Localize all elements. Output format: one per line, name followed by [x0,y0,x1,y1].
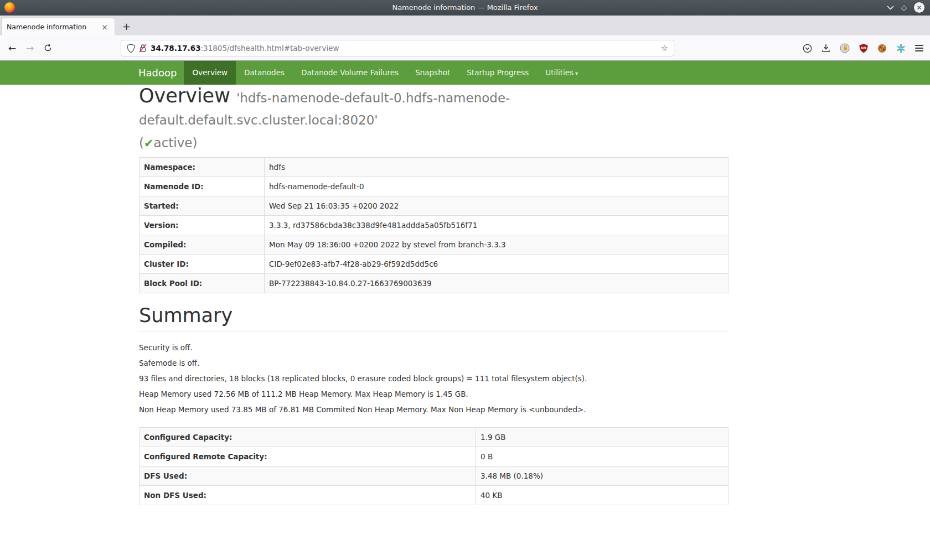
table-row: Configured Capacity: 1.9 GB [140,428,728,447]
privacy-extension-icon[interactable] [840,43,850,53]
table-row: DFS Used: 3.48 MB (0.18%) [140,466,728,486]
page-content: Overview 'hdfs-namenode-default-0.hdfs-n… [139,85,728,505]
row-value: 3.3.3, rd37586cbda38c338d9fe481addda5a05… [265,215,728,235]
summary-text: Security is off. Safemode is off. 93 fil… [139,343,728,415]
bookmark-star-icon[interactable]: ☆ [661,43,668,53]
row-label: Non DFS Used: [140,486,476,505]
summary-line-non-heap-memory: Non Heap Memory used 73.85 MB of 76.81 M… [139,405,728,415]
chevron-down-icon [887,6,894,10]
close-button[interactable]: ✕ [914,2,924,13]
window-titlebar: Namenode information — Mozilla Firefox ◇… [0,0,930,15]
capacity-table: Configured Capacity: 1.9 GB Configured R… [139,427,728,505]
minimize-button[interactable] [887,6,894,10]
nav-tab-overview[interactable]: Overview [184,61,236,85]
hadoop-navbar: Hadoop Overview Datanodes Datanode Volum… [0,61,930,85]
new-tab-button[interactable]: + [115,20,138,35]
active-check-icon: ✔ [144,137,154,150]
overview-heading: Overview 'hdfs-namenode-default-0.hdfs-n… [139,85,728,157]
url-text: 34.78.17.63:31805/dfshealth.html#tab-ove… [151,44,339,53]
svg-text:UO: UO [861,45,866,49]
maximize-button[interactable]: ◇ [901,4,907,11]
table-row: Cluster ID: CID-9ef02e83-afb7-4f28-ab29-… [140,254,728,273]
reload-icon [44,44,52,52]
summary-line-filesystem-objects: 93 files and directories, 18 blocks (18 … [139,374,728,384]
row-value: hdfs [265,157,728,177]
table-row: Namespace: hdfs [140,157,728,177]
table-row: Compiled: Mon May 09 18:36:00 +0200 2022… [140,235,728,254]
shield-icon[interactable] [127,44,135,53]
row-value: Mon May 09 18:36:00 +0200 2022 by stevel… [265,235,728,254]
browser-toolbar: ← → 34.78.17.63:31805/dfshealth.html#tab… [0,35,930,61]
utilities-label: Utilities [545,68,574,77]
row-value: CID-9ef02e83-afb7-4f28-ab29-6f592d5dd5c6 [265,254,728,273]
tab-strip: Namenode information × + [0,15,930,35]
url-host: 34.78.17.63 [151,44,201,53]
cookie-icon[interactable] [877,44,887,53]
overview-title: Overview [139,85,230,107]
firefox-logo-icon [4,2,15,13]
url-bar[interactable]: 34.78.17.63:31805/dfshealth.html#tab-ove… [121,40,674,56]
nav-tab-startup-progress[interactable]: Startup Progress [458,61,537,85]
row-label: Compiled: [140,235,265,254]
menu-icon[interactable] [915,45,923,51]
summary-line-security: Security is off. [139,343,728,353]
tab-close-icon[interactable]: × [100,23,110,32]
nav-tab-utilities[interactable]: Utilities▾ [537,61,586,85]
status-active-text: active) [154,136,198,150]
downloads-icon[interactable] [822,44,830,53]
back-button[interactable]: ← [3,43,21,54]
asterisk-extension-icon[interactable] [896,44,906,53]
row-value: 0 B [476,447,728,466]
insecure-lock-icon[interactable] [139,44,147,53]
table-row: Block Pool ID: BP-772238843-10.84.0.27-1… [140,273,728,293]
summary-line-heap-memory: Heap Memory used 72.56 MB of 111.2 MB He… [139,389,728,400]
table-row: Configured Remote Capacity: 0 B [140,447,728,466]
row-label: Configured Capacity: [140,428,476,447]
row-value: hdfs-namenode-default-0 [265,177,728,196]
row-label: Version: [140,215,265,235]
tab-namenode-information[interactable]: Namenode information × [1,18,115,35]
table-row: Started: Wed Sep 21 16:03:35 +0200 2022 [140,196,728,215]
row-label: Started: [140,196,265,215]
chevron-down-icon: ▾ [575,70,578,76]
tab-title: Namenode information [7,23,100,31]
nav-tab-datanodes[interactable]: Datanodes [236,61,293,85]
pocket-icon[interactable] [803,44,812,53]
row-value: 40 KB [476,486,728,505]
toolbar-extension-icons: UO [803,35,923,61]
row-value: Wed Sep 21 16:03:35 +0200 2022 [265,196,728,215]
row-value: 1.9 GB [476,428,728,447]
row-label: Configured Remote Capacity: [140,447,476,466]
summary-heading: Summary [139,304,728,332]
forward-button: → [21,43,39,54]
table-row: Namenode ID: hdfs-namenode-default-0 [140,177,728,196]
ublock-icon[interactable]: UO [859,44,868,53]
reload-button[interactable] [39,44,56,52]
window-title: Namenode information — Mozilla Firefox [0,3,930,12]
nav-tab-snapshot[interactable]: Snapshot [407,61,458,85]
table-row: Non DFS Used: 40 KB [140,486,728,505]
table-row: Version: 3.3.3, rd37586cbda38c338d9fe481… [140,215,728,235]
namenode-info-table: Namespace: hdfs Namenode ID: hdfs-nameno… [139,157,728,293]
row-value: BP-772238843-10.84.0.27-1663769003639 [265,273,728,293]
status-open-paren: ( [139,136,144,150]
nav-tab-datanode-volume-failures[interactable]: Datanode Volume Failures [293,61,407,85]
summary-line-safemode: Safemode is off. [139,358,728,369]
row-label: Namespace: [140,157,265,177]
row-label: Cluster ID: [140,254,265,273]
hadoop-brand[interactable]: Hadoop [138,61,184,85]
row-label: DFS Used: [140,466,476,486]
row-label: Namenode ID: [140,177,265,196]
url-path: :31805/dfshealth.html#tab-overview [201,44,339,53]
window-controls: ◇ ✕ [887,2,930,13]
row-label: Block Pool ID: [140,273,265,293]
row-value: 3.48 MB (0.18%) [476,466,728,486]
